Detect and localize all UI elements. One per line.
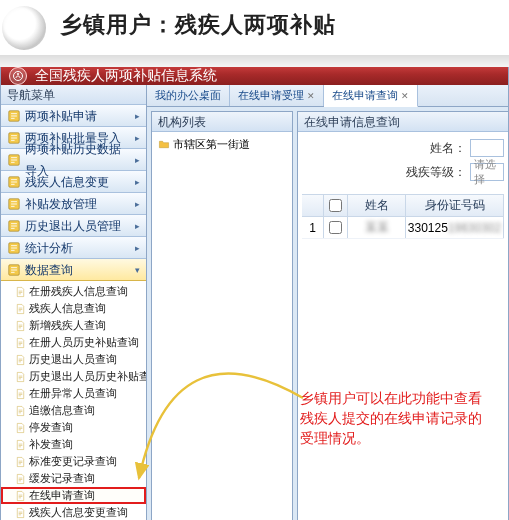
tree-item-2[interactable]: 新增残疾人查询 xyxy=(1,317,146,334)
tree-item-label: 补发查询 xyxy=(29,436,73,453)
sidebar-group-7[interactable]: 数据查询▾ xyxy=(1,259,146,281)
sidebar-group-label: 统计分析 xyxy=(25,237,73,259)
org-root-label: 市辖区第一街道 xyxy=(173,137,250,152)
sidebar-group-6[interactable]: 统计分析▸ xyxy=(1,237,146,259)
tree-item-label: 历史退出人员历史补贴查询 xyxy=(29,368,146,385)
chevron-icon: ▸ xyxy=(135,237,140,259)
tab-1[interactable]: 在线申请受理✕ xyxy=(230,85,324,106)
svg-point-1 xyxy=(17,73,19,75)
name-input[interactable] xyxy=(470,139,504,157)
app-title: 全国残疾人两项补贴信息系统 xyxy=(35,67,217,85)
page-title: 乡镇用户：残疾人两项补贴 xyxy=(60,10,336,40)
table-row[interactable]: 1 某某 33012519630302 xyxy=(302,217,504,239)
tree-item-9[interactable]: 补发查询 xyxy=(1,436,146,453)
sidebar-tree: 在册残疾人信息查询残疾人信息查询新增残疾人查询在册人员历史补贴查询历史退出人员查… xyxy=(1,281,146,520)
check-all[interactable] xyxy=(329,199,342,212)
col-index xyxy=(302,195,324,216)
tree-item-label: 新增残疾人查询 xyxy=(29,317,106,334)
tab-2[interactable]: 在线申请查询✕ xyxy=(324,85,418,107)
chevron-icon: ▸ xyxy=(135,215,140,237)
tab-0[interactable]: 我的办公桌面 xyxy=(147,85,230,106)
tree-item-label: 在册人员历史补贴查询 xyxy=(29,334,139,351)
tree-item-6[interactable]: 在册异常人员查询 xyxy=(1,385,146,402)
tree-item-label: 在线申请查询 xyxy=(29,487,95,504)
level-select[interactable]: 请选择 xyxy=(470,163,504,181)
cell-index: 1 xyxy=(302,217,324,238)
tree-item-11[interactable]: 缓发记录查询 xyxy=(1,470,146,487)
query-panel: 在线申请信息查询 姓名： 残疾等级： 请选择 xyxy=(297,111,508,520)
tree-item-8[interactable]: 停发查询 xyxy=(1,419,146,436)
chevron-icon: ▸ xyxy=(135,193,140,215)
col-idno: 身份证号码 xyxy=(406,195,504,216)
chevron-icon: ▸ xyxy=(135,149,140,171)
sidebar-group-5[interactable]: 历史退出人员管理▸ xyxy=(1,215,146,237)
sidebar-group-label: 数据查询 xyxy=(25,259,73,281)
col-name: 姓名 xyxy=(348,195,406,216)
tree-item-5[interactable]: 历史退出人员历史补贴查询 xyxy=(1,368,146,385)
name-label: 姓名： xyxy=(430,140,466,157)
close-icon[interactable]: ✕ xyxy=(307,91,315,101)
query-panel-title: 在线申请信息查询 xyxy=(298,112,508,132)
tree-item-10[interactable]: 标准变更记录查询 xyxy=(1,453,146,470)
app-header: 全国残疾人两项补贴信息系统 xyxy=(1,67,508,85)
sidebar-group-label: 两项补贴申请 xyxy=(25,105,97,127)
bullet-circle xyxy=(2,6,46,50)
row-check[interactable] xyxy=(329,221,342,234)
org-panel: 机构列表 市辖区第一街道 xyxy=(151,111,293,520)
table-header: 姓名 身份证号码 xyxy=(302,195,504,217)
app-window: 全国残疾人两项补贴信息系统 导航菜单 两项补贴申请▸两项补贴批量导入▸两项补贴历… xyxy=(0,67,509,520)
tree-item-4[interactable]: 历史退出人员查询 xyxy=(1,351,146,368)
level-label: 残疾等级： xyxy=(406,164,466,181)
tree-item-label: 停发查询 xyxy=(29,419,73,436)
tree-item-label: 历史退出人员查询 xyxy=(29,351,117,368)
tab-bar: 我的办公桌面在线申请受理✕在线申请查询✕ xyxy=(147,85,508,107)
tree-item-3[interactable]: 在册人员历史补贴查询 xyxy=(1,334,146,351)
tree-item-label: 在册残疾人信息查询 xyxy=(29,283,128,300)
tree-item-label: 残疾人信息变更查询 xyxy=(29,504,128,520)
tree-item-1[interactable]: 残疾人信息查询 xyxy=(1,300,146,317)
tree-item-label: 残疾人信息查询 xyxy=(29,300,106,317)
chevron-icon: ▸ xyxy=(135,105,140,127)
result-table: 姓名 身份证号码 1 某某 33012519630302 xyxy=(302,194,504,239)
col-check xyxy=(324,195,348,216)
tree-item-label: 缓发记录查询 xyxy=(29,470,95,487)
sidebar-header: 导航菜单 xyxy=(1,85,146,105)
tree-item-label: 追缴信息查询 xyxy=(29,402,95,419)
tree-item-label: 在册异常人员查询 xyxy=(29,385,117,402)
divider-shadow xyxy=(0,55,509,67)
tree-item-label: 标准变更记录查询 xyxy=(29,453,117,470)
cell-name: 某某 xyxy=(348,217,406,238)
sidebar-group-label: 补贴发放管理 xyxy=(25,193,97,215)
main-area: 我的办公桌面在线申请受理✕在线申请查询✕ 机构列表 市辖区第一街道 在线申请信息… xyxy=(147,85,508,520)
sidebar-group-2[interactable]: 两项补贴历史数据导入▸ xyxy=(1,149,146,171)
chevron-icon: ▾ xyxy=(135,259,140,281)
tree-item-7[interactable]: 追缴信息查询 xyxy=(1,402,146,419)
annotation-text: 乡镇用户可以在此功能中查看残疾人提交的在线申请记录的受理情况。 xyxy=(300,388,490,448)
tree-item-0[interactable]: 在册残疾人信息查询 xyxy=(1,283,146,300)
cell-idno: 33012519630302 xyxy=(406,217,504,238)
sidebar-group-4[interactable]: 补贴发放管理▸ xyxy=(1,193,146,215)
sidebar-group-label: 历史退出人员管理 xyxy=(25,215,121,237)
org-tree-root[interactable]: 市辖区第一街道 xyxy=(156,136,288,153)
tree-item-12[interactable]: 在线申请查询 xyxy=(1,487,146,504)
sidebar-group-0[interactable]: 两项补贴申请▸ xyxy=(1,105,146,127)
org-panel-title: 机构列表 xyxy=(152,112,292,132)
sidebar: 导航菜单 两项补贴申请▸两项补贴批量导入▸两项补贴历史数据导入▸残疾人信息变更▸… xyxy=(1,85,147,520)
tab-label: 我的办公桌面 xyxy=(155,88,221,103)
slide-header: 乡镇用户：残疾人两项补贴 xyxy=(0,0,509,50)
tab-label: 在线申请受理 xyxy=(238,88,304,103)
chevron-icon: ▸ xyxy=(135,171,140,193)
app-logo-icon xyxy=(9,67,27,85)
chevron-icon: ▸ xyxy=(135,127,140,149)
sidebar-group-label: 残疾人信息变更 xyxy=(25,171,109,193)
close-icon[interactable]: ✕ xyxy=(401,91,409,101)
sidebar-accordion: 两项补贴申请▸两项补贴批量导入▸两项补贴历史数据导入▸残疾人信息变更▸补贴发放管… xyxy=(1,105,146,520)
tree-item-13[interactable]: 残疾人信息变更查询 xyxy=(1,504,146,520)
folder-icon xyxy=(158,139,170,150)
tab-label: 在线申请查询 xyxy=(332,88,398,103)
